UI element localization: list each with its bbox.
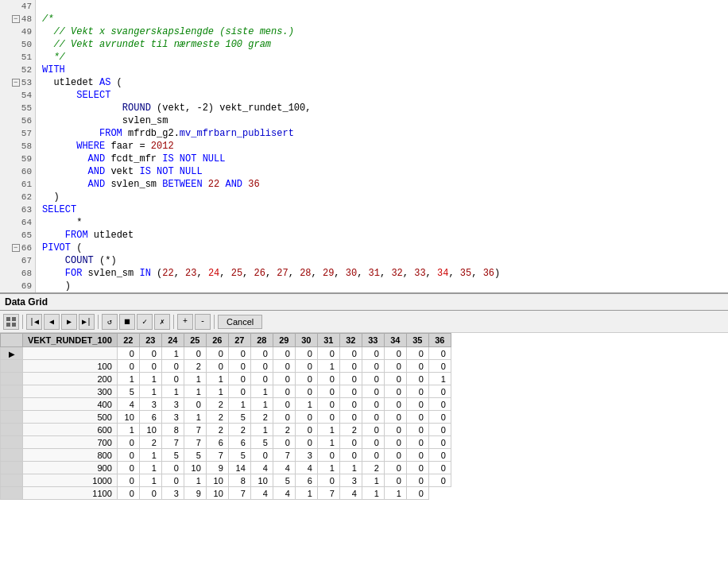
data-cell: 0 — [184, 347, 206, 360]
data-cell: 5 — [250, 436, 273, 449]
data-cell: 0 — [384, 411, 406, 424]
data-cell: 0 — [406, 449, 428, 462]
cancel-button[interactable]: Cancel — [218, 315, 262, 329]
line-number: 52 — [0, 64, 35, 76]
data-cell: 2 — [206, 411, 228, 424]
code-content[interactable]: /* // Vekt x svangerskapslengde (siste m… — [36, 0, 728, 292]
data-cell: 0 — [406, 424, 428, 436]
data-cell: 0 — [317, 474, 339, 487]
data-cell: 0 — [428, 424, 451, 436]
data-cell: 0 — [161, 462, 184, 474]
last-button[interactable]: ▶| — [79, 314, 95, 330]
data-cell: 1 — [139, 385, 161, 398]
vekt-cell: 400 — [23, 398, 118, 411]
line-numbers: 47−4849505152−53545556575859606162636465… — [0, 0, 36, 292]
code-line: SELECT — [36, 203, 728, 216]
data-cell: 1 — [295, 398, 317, 411]
fold-icon[interactable]: − — [12, 244, 20, 252]
data-table-wrapper[interactable]: VEKT_RUNDET_1002223242526272829303132333… — [0, 333, 728, 563]
line-number: 69 — [0, 280, 35, 292]
table-row[interactable]: 6001108722120120000 — [1, 424, 451, 436]
data-cell: 0 — [362, 385, 384, 398]
table-row[interactable]: 1100003910744174110 — [1, 487, 451, 500]
first-button[interactable]: |◀ — [26, 314, 42, 330]
column-header: 33 — [362, 334, 384, 347]
code-line: WITH — [36, 64, 728, 76]
vekt-cell: 1100 — [23, 487, 118, 500]
prev-button[interactable]: ◀ — [44, 314, 60, 330]
data-cell: 0 — [250, 360, 273, 373]
data-cell: 0 — [428, 347, 451, 360]
data-cell: 0 — [362, 436, 384, 449]
data-cell: 3 — [139, 398, 161, 411]
table-row[interactable]: 100000200000100000 — [1, 360, 451, 373]
data-cell: 14 — [228, 462, 250, 474]
table-row[interactable]: 100001011081056031000 — [1, 474, 451, 487]
table-row[interactable]: 300511110100000000 — [1, 385, 451, 398]
data-cell: 0 — [117, 347, 139, 360]
next-button[interactable]: ▶ — [61, 314, 77, 330]
data-cell: 6 — [206, 436, 228, 449]
data-cell: 0 — [406, 436, 428, 449]
data-cell: 0 — [362, 449, 384, 462]
data-cell: 5 — [184, 449, 206, 462]
data-cell: 5 — [228, 449, 250, 462]
grid-icon[interactable] — [3, 314, 19, 330]
table-row[interactable]: 400433021101000000 — [1, 398, 451, 411]
code-line: SELECT — [36, 89, 728, 102]
data-cell: 1 — [317, 360, 339, 373]
row-indicator — [1, 385, 23, 398]
code-line: ROUND (vekt, -2) vekt_rundet_100, — [36, 102, 728, 114]
data-cell: 4 — [250, 462, 273, 474]
data-cell: 0 — [362, 373, 384, 385]
separator-4 — [214, 315, 215, 329]
code-line: */ — [36, 51, 728, 64]
data-cell: 4 — [273, 487, 295, 500]
code-line: // Vekt avrundet til nærmeste 100 gram — [36, 38, 728, 51]
data-cell: 1 — [250, 398, 273, 411]
row-indicator — [1, 398, 23, 411]
column-header: 34 — [384, 334, 406, 347]
commit-button[interactable]: ✓ — [137, 314, 153, 330]
data-cell: 0 — [228, 347, 250, 360]
refresh-button[interactable]: ↺ — [102, 314, 118, 330]
fold-icon[interactable]: − — [12, 15, 20, 23]
data-cell: 8 — [161, 424, 184, 436]
data-cell: 2 — [273, 424, 295, 436]
delete-row-button[interactable]: - — [195, 314, 211, 330]
column-header: 32 — [339, 334, 362, 347]
toolbar: |◀ ◀ ▶ ▶| ↺ ⏹ ✓ ✗ + - Cancel — [0, 311, 728, 333]
table-row[interactable]: 5001063125200000000 — [1, 411, 451, 424]
column-header: 31 — [317, 334, 339, 347]
table-row[interactable]: 700027766500100000 — [1, 436, 451, 449]
table-row[interactable]: ▶001000000000000 — [1, 347, 451, 360]
code-line: COUNT (*) — [36, 254, 728, 267]
stop-button[interactable]: ⏹ — [119, 314, 135, 330]
data-cell: 0 — [295, 373, 317, 385]
data-cell: 0 — [384, 474, 406, 487]
data-cell: 0 — [428, 398, 451, 411]
column-header: 22 — [117, 334, 139, 347]
table-row[interactable]: 200110110000000001 — [1, 373, 451, 385]
data-cell: 1 — [139, 462, 161, 474]
row-indicator: ▶ — [1, 347, 23, 360]
add-row-button[interactable]: + — [177, 314, 193, 330]
table-row[interactable]: 800015575073000000 — [1, 449, 451, 462]
table-row[interactable]: 90001010914444112000 — [1, 462, 451, 474]
data-cell: 0 — [295, 347, 317, 360]
data-cell: 0 — [406, 360, 428, 373]
data-cell: 0 — [161, 474, 184, 487]
data-cell: 10 — [117, 411, 139, 424]
fold-icon[interactable]: − — [12, 79, 20, 87]
data-cell: 0 — [184, 398, 206, 411]
data-cell: 0 — [317, 411, 339, 424]
rollback-button[interactable]: ✗ — [154, 314, 170, 330]
data-cell: 0 — [228, 385, 250, 398]
data-cell: 0 — [339, 385, 362, 398]
line-number: 64 — [0, 216, 35, 229]
line-number: 68 — [0, 267, 35, 280]
data-cell: 7 — [317, 487, 339, 500]
data-cell: 2 — [184, 360, 206, 373]
row-indicator — [1, 436, 23, 449]
row-indicator — [1, 462, 23, 474]
